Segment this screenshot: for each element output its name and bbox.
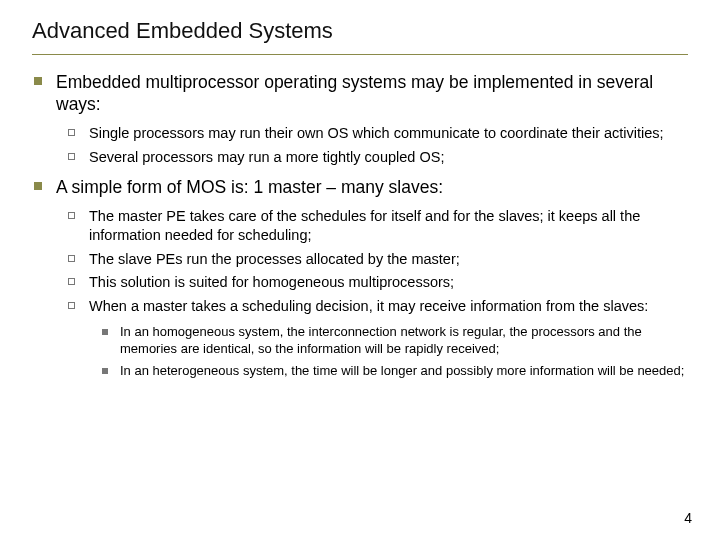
bullet-text: Embedded multiprocessor operating system… [56, 71, 692, 116]
bullet-list-level2: The master PE takes care of the schedule… [28, 207, 692, 380]
outline-square-bullet-icon [68, 129, 75, 136]
title-rule: Advanced Embedded Systems [32, 18, 688, 55]
bullet-text: The master PE takes care of the schedule… [89, 207, 692, 245]
small-square-bullet-icon [102, 329, 108, 335]
small-square-bullet-icon [102, 368, 108, 374]
list-item: The slave PEs run the processes allocate… [62, 250, 692, 269]
outline-square-bullet-icon [68, 255, 75, 262]
list-item: Embedded multiprocessor operating system… [28, 71, 692, 166]
outline-square-bullet-icon [68, 153, 75, 160]
list-item: In an homogeneous system, the interconne… [96, 324, 692, 358]
outline-square-bullet-icon [68, 302, 75, 309]
bullet-text: When a master takes a scheduling decisio… [89, 297, 648, 316]
bullet-text: A simple form of MOS is: 1 master – many… [56, 176, 443, 198]
bullet-text: This solution is suited for homogeneous … [89, 273, 454, 292]
list-item: In an heterogeneous system, the time wil… [96, 363, 692, 380]
page-number: 4 [684, 510, 692, 526]
slide-title: Advanced Embedded Systems [32, 18, 688, 44]
list-item: Several processors may run a more tightl… [62, 148, 692, 167]
bullet-list-level3: In an homogeneous system, the interconne… [62, 324, 692, 380]
slide: Advanced Embedded Systems Embedded multi… [0, 0, 720, 540]
list-item: This solution is suited for homogeneous … [62, 273, 692, 292]
bullet-text: Several processors may run a more tightl… [89, 148, 444, 167]
list-item: Single processors may run their own OS w… [62, 124, 692, 143]
bullet-text: In an homogeneous system, the interconne… [120, 324, 692, 358]
square-bullet-icon [34, 77, 42, 85]
bullet-text: In an heterogeneous system, the time wil… [120, 363, 684, 380]
outline-square-bullet-icon [68, 212, 75, 219]
list-item: The master PE takes care of the schedule… [62, 207, 692, 245]
square-bullet-icon [34, 182, 42, 190]
bullet-text: The slave PEs run the processes allocate… [89, 250, 460, 269]
bullet-list-level2: Single processors may run their own OS w… [28, 124, 692, 167]
list-item: A simple form of MOS is: 1 master – many… [28, 176, 692, 379]
bullet-text: Single processors may run their own OS w… [89, 124, 664, 143]
outline-square-bullet-icon [68, 278, 75, 285]
list-item: When a master takes a scheduling decisio… [62, 297, 692, 380]
bullet-list-level1: Embedded multiprocessor operating system… [28, 71, 692, 380]
